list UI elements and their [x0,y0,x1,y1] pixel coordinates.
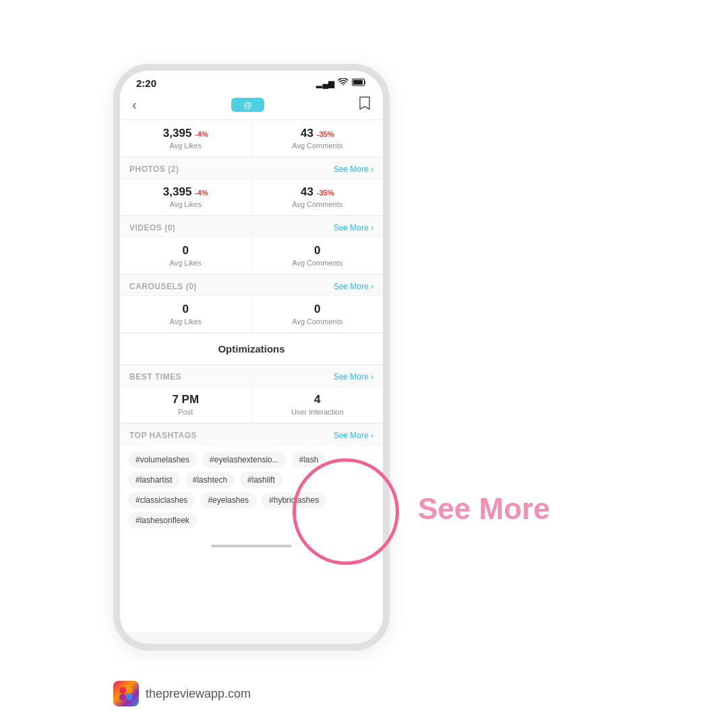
svg-rect-1 [353,80,363,85]
best-times-stats-row: 7 PM Post 4 User Interaction [120,386,383,423]
home-indicator [120,539,383,550]
photos-likes-cell: 3,395 -4% Avg Likes [120,179,252,215]
svg-point-3 [126,687,133,694]
post-time-cell: 7 PM Post [120,386,252,423]
optimizations-title: Optimizations [218,343,284,355]
optimizations-header: Optimizations [120,333,383,365]
photos-comments-value: 43 -35% [255,185,381,199]
status-time: 2:20 [136,78,156,89]
hashtag-row-1: #volumelashes #eyelashextensio... #lash [128,452,375,468]
hashtag-chip[interactable]: #volumelashes [128,452,197,468]
hashtag-chip[interactable]: #lashartist [128,472,180,488]
nav-bar: ‹ @ [120,93,383,120]
top-comments-label: Avg Comments [255,142,381,150]
hashtag-row-2: #lashartist #lashtech #lashlift [128,472,375,488]
carousels-likes-label: Avg Likes [123,317,249,326]
post-time-label: Post [123,408,249,416]
videos-likes-cell: 0 Avg Likes [120,237,252,274]
interaction-cell: 4 User Interaction [252,386,384,423]
hashtag-chip[interactable]: #lashlift [240,472,282,488]
videos-comments-cell: 0 Avg Comments [252,237,384,274]
phone-content[interactable]: 3,395 -4% Avg Likes 43 -35% Avg Comments… [120,120,383,632]
videos-see-more[interactable]: See More [334,223,373,233]
status-icons: ▂▄▆ [316,78,367,88]
videos-comments-label: Avg Comments [255,259,381,267]
top-likes-cell: 3,395 -4% Avg Likes [120,120,252,156]
videos-likes-label: Avg Likes [123,259,249,267]
battery-icon [352,78,367,88]
best-times-header: BEST TIMES See More [120,365,383,386]
videos-comments-value: 0 [255,244,381,257]
svg-point-2 [119,687,126,694]
hashtag-chip[interactable]: #lashesonfleek [128,512,197,528]
branding: thepreviewapp.com [113,681,251,706]
top-comments-value: 43 -35% [255,127,381,140]
home-bar [211,545,292,547]
phone-shell: 2:20 ▂▄▆ ‹ @ [113,64,390,650]
carousels-title: CAROUSELS (0) [129,282,197,291]
videos-likes-value: 0 [123,244,249,257]
carousels-comments-value: 0 [255,303,381,316]
top-likes-label: Avg Likes [123,142,249,150]
hashtag-row-4: #lashesonfleek [128,512,375,528]
see-more-big-label: See More [418,492,550,526]
videos-section-header: VIDEOS (0) See More [120,216,383,237]
carousels-section-header: CAROUSELS (0) See More [120,274,383,296]
hashtag-chip[interactable]: #eyelashextensio... [202,452,286,468]
signal-icon: ▂▄▆ [316,79,334,88]
interaction-label: User Interaction [255,408,381,416]
carousels-comments-cell: 0 Avg Comments [252,296,384,332]
post-time-value: 7 PM [123,393,249,406]
photos-likes-label: Avg Likes [123,200,249,208]
photos-comments-label: Avg Comments [255,200,381,208]
photos-likes-value: 3,395 -4% [123,185,249,199]
hashtag-chip[interactable]: #eyelashes [200,492,256,508]
brand-icon [113,681,139,706]
photos-title: PHOTOS (2) [129,164,179,174]
hashtag-chip[interactable]: #lashtech [185,472,235,488]
hashtags-section: #volumelashes #eyelashextensio... #lash … [120,445,383,539]
videos-title: VIDEOS (0) [129,223,175,233]
hashtag-row-3: #classiclashes #eyelashes #hybridlashes [128,492,375,508]
carousels-likes-value: 0 [123,303,249,316]
carousels-stats-row: 0 Avg Likes 0 Avg Comments [120,296,383,333]
hashtag-chip[interactable]: #hybridlashes [262,492,326,508]
svg-point-4 [119,694,126,700]
carousels-comments-label: Avg Comments [255,317,381,326]
photos-section-header: PHOTOS (2) See More [120,157,383,179]
back-button[interactable]: ‹ [132,97,137,113]
bookmark-icon[interactable] [359,96,371,114]
top-comments-cell: 43 -35% Avg Comments [252,120,384,156]
hashtag-chip[interactable]: #lash [292,452,326,468]
top-likes-value: 3,395 -4% [123,127,249,140]
carousels-likes-cell: 0 Avg Likes [120,296,252,332]
interaction-value: 4 [255,393,381,406]
hashtags-section-header: TOP HASHTAGS See More [120,423,383,445]
hashtags-see-more[interactable]: See More [334,431,373,440]
status-bar: 2:20 ▂▄▆ [120,71,383,93]
photos-comments-cell: 43 -35% Avg Comments [252,179,384,215]
photos-see-more[interactable]: See More [334,164,373,174]
brand-text: thepreviewapp.com [146,687,251,701]
videos-stats-row: 0 Avg Likes 0 Avg Comments [120,237,383,274]
photos-stats-row: 3,395 -4% Avg Likes 43 -35% Avg Comments [120,179,383,216]
username-display[interactable]: @ [231,98,264,112]
carousels-see-more[interactable]: See More [334,282,373,291]
wifi-icon [338,78,348,88]
hashtag-chip[interactable]: #classiclashes [128,492,195,508]
best-times-see-more[interactable]: See More [334,372,373,382]
hashtags-title: TOP HASHTAGS [129,431,197,440]
svg-point-5 [126,694,133,700]
best-times-title: BEST TIMES [129,372,181,382]
top-stats-row: 3,395 -4% Avg Likes 43 -35% Avg Comments [120,120,383,157]
